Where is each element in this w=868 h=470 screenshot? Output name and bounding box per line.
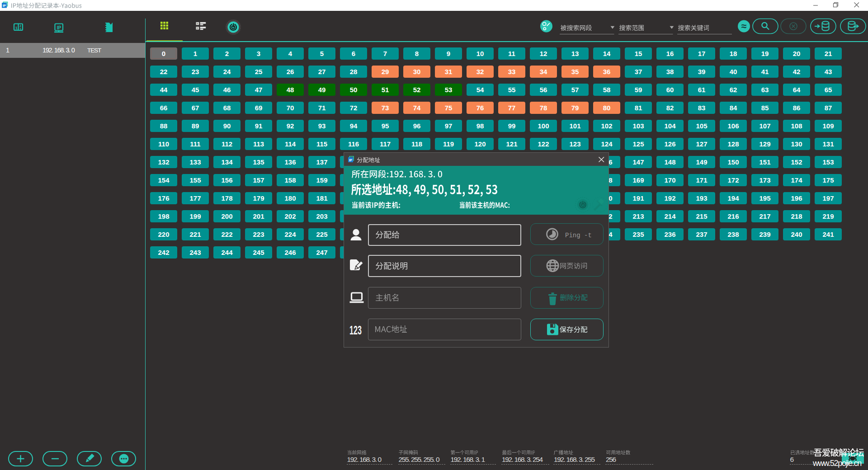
svg-text:IP: IP	[57, 25, 61, 30]
svg-text:IP: IP	[3, 4, 6, 8]
svg-text:≈: ≈	[741, 21, 747, 31]
svg-text:IP: IP	[349, 158, 352, 162]
svg-text:3: 3	[19, 28, 21, 31]
svg-text:123: 123	[349, 323, 362, 337]
svg-text:Ping -t: Ping -t	[565, 232, 592, 239]
svg-text:2: 2	[19, 24, 21, 28]
svg-text:1: 1	[15, 26, 18, 30]
